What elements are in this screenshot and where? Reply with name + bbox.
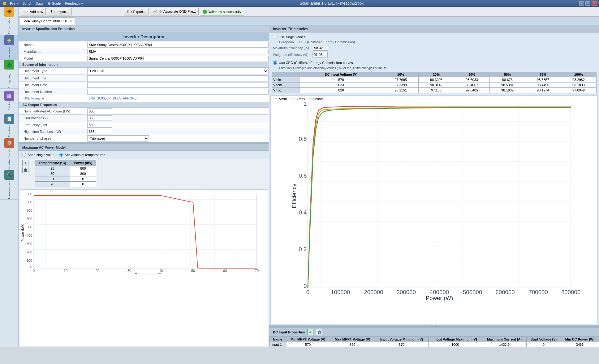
docdate-input[interactable] (87, 82, 269, 88)
export-button[interactable]: ⬆ ↑ Export... (124, 8, 149, 15)
sidebar-item-transformers[interactable]: 🔌 Transformers (0, 170, 18, 200)
add-new-button[interactable]: + + Add new (21, 8, 46, 15)
eff-30[interactable]: 97.8485 (454, 88, 490, 93)
eff-50[interactable]: 98.5381 (490, 83, 525, 88)
ac-power-chart: 900 800 700 600 500 400 300 200 100 0 0 … (20, 189, 268, 346)
frequency-input[interactable] (87, 122, 112, 128)
set-at-temp-radio-label[interactable]: Set values at temperatures (59, 153, 105, 157)
single-values-radio[interactable] (273, 35, 277, 39)
model-row: Model (19, 55, 269, 62)
docnumber-row: Document Number (19, 88, 269, 95)
dc-col-header: Start Voltage (V) (526, 337, 561, 342)
dc-min-power[interactable]: 3463 (561, 342, 599, 347)
maximize-button[interactable]: □ (585, 1, 590, 6)
eff-50[interactable]: 98.673 (490, 77, 525, 83)
model-label: Model (19, 56, 87, 61)
eff-20[interactable]: 98.0148 (419, 83, 454, 88)
dc-col-header: Input Voltage Minimum (V) (375, 337, 428, 342)
gridvoltage-input[interactable] (87, 115, 112, 121)
inverter-tab-active[interactable]: SMA Sunny Central 800CP 10 ✕ (20, 17, 75, 25)
sidebar-item-pvmodules[interactable]: ☀ PV modules (0, 7, 18, 35)
eff-20[interactable]: 97.185 (419, 88, 454, 93)
eff-30[interactable]: 98.4067 (454, 83, 490, 88)
eff-voltage[interactable]: 820 (300, 88, 383, 93)
eff-10[interactable]: 97.7695 (383, 77, 419, 83)
sidebar-item-inverters[interactable]: ⚡ Inverters (0, 35, 18, 60)
dc-add-button[interactable]: + (307, 329, 313, 335)
dc-delete-button[interactable]: 🗑 (316, 329, 322, 335)
nighttare-input[interactable] (87, 129, 112, 134)
import-button[interactable]: ⬇ ↓ Import... (47, 8, 72, 15)
guide-menu[interactable]: ◉ Guide (46, 2, 62, 6)
single-value-radio-label[interactable]: Set a single value (22, 153, 54, 157)
eff-75[interactable]: 98.1274 (525, 88, 561, 93)
dc-col-header: Max MPPT Voltage (V) (330, 337, 375, 342)
name-input[interactable] (87, 42, 269, 48)
eff-voltage[interactable]: 570 (300, 77, 383, 83)
delete-temp-row-button[interactable]: 🗑 (22, 167, 28, 173)
svg-text:Temperature (°C): Temperature (°C) (135, 273, 161, 274)
sidebar-item-racks[interactable]: ▦ Racks (0, 89, 18, 113)
weighted-eff-input[interactable] (312, 52, 328, 57)
doctitle-input[interactable] (87, 75, 269, 81)
svg-text:500: 500 (27, 225, 32, 229)
temp-table-row: 25880 (35, 166, 96, 171)
dc-input-vmin[interactable]: 570 (375, 342, 428, 347)
feedback-menu[interactable]: Feedback ▾ (64, 2, 84, 6)
eff-100[interactable]: 97.8949 (561, 88, 596, 93)
minimize-button[interactable]: − (579, 1, 584, 6)
power-cell: 800 (70, 171, 96, 176)
weighted-eff-row: Weighted efficiency (%) (273, 52, 595, 57)
eff-100[interactable]: 98.2982 (561, 77, 596, 83)
doctype-select[interactable]: OND File (87, 68, 269, 74)
svg-text:500000: 500000 (463, 289, 482, 295)
doctype-label: Document Type (19, 69, 87, 74)
file-menu[interactable]: File ▾ (9, 2, 19, 6)
model-input[interactable] (87, 56, 269, 61)
eff-75[interactable]: 98.5357 (525, 77, 561, 83)
eff-20[interactable]: 98.3006 (419, 77, 454, 83)
dc-start-voltage[interactable]: 0 (526, 342, 561, 347)
eff-75[interactable]: 98.4496 (525, 83, 561, 88)
right-panel: Inverter Efficiencies Use single values … (269, 25, 599, 347)
eff-10[interactable]: 96.1151 (383, 88, 419, 93)
associate-ond-button[interactable]: 🔗 🔗 Associate OND File... (150, 8, 199, 15)
eff-30[interactable]: 98.6033 (454, 77, 490, 83)
temp-table-row: 700 (35, 182, 96, 187)
docnumber-label: Document Number (19, 89, 87, 94)
docnumber-input[interactable] (87, 89, 269, 95)
numphases-select[interactable]: Triphased (87, 135, 149, 142)
cec-curves-radio[interactable] (273, 61, 277, 65)
doctype-row: Document Type OND File (19, 68, 269, 75)
eff-voltage[interactable]: 633 (300, 83, 383, 88)
add-temp-row-button[interactable]: + (22, 160, 28, 166)
svg-text:60: 60 (223, 269, 227, 273)
dc-section-header: DC Input Properties + 🗑 (269, 328, 599, 336)
eff-table-wrap: DC Input Voltage (V) 10% 20% 30% 50% 75%… (269, 70, 599, 94)
svg-rect-22 (308, 104, 571, 288)
nompower-input[interactable] (87, 108, 112, 114)
validate-button[interactable]: ✓ Validates successfully (200, 8, 244, 15)
sidebar-item-inverterblocks[interactable]: ⚙ Inverter blocks (0, 138, 18, 170)
max-eff-input[interactable] (313, 45, 328, 51)
eff-100[interactable]: 98.1893 (561, 83, 596, 88)
svg-text:700: 700 (27, 209, 32, 212)
dc-min-mppt[interactable]: 570 (286, 342, 330, 347)
eff-50[interactable]: 98.1609 (490, 88, 525, 93)
stats-menu[interactable]: Stats (34, 2, 45, 5)
dc-max-mppt[interactable]: 820 (330, 342, 375, 347)
tab-close-icon[interactable]: ✕ (70, 19, 72, 23)
dc-table-row: Input 1 570 820 570 1000 1432.9 0 3463 (269, 342, 599, 347)
dc-col-header: Min MPPT Voltage (V) (286, 337, 330, 342)
manufacturer-input[interactable] (87, 49, 269, 54)
set-at-temp-radio[interactable] (59, 153, 63, 157)
dc-max-current[interactable]: 1432.9 (482, 342, 526, 347)
dc-input-vmax[interactable]: 1000 (428, 342, 482, 347)
eff-10[interactable]: 97.3399 (383, 83, 419, 88)
sidebar-item-trackers[interactable]: 📋 Trackers (0, 113, 18, 138)
single-value-radio[interactable] (22, 153, 26, 157)
script-menu[interactable]: Script (21, 2, 32, 5)
close-button[interactable]: ✕ (592, 1, 597, 6)
source-section-header: Source of Information (19, 62, 269, 68)
sidebar-item-stringlength[interactable]: 🌲 String length (0, 60, 18, 89)
